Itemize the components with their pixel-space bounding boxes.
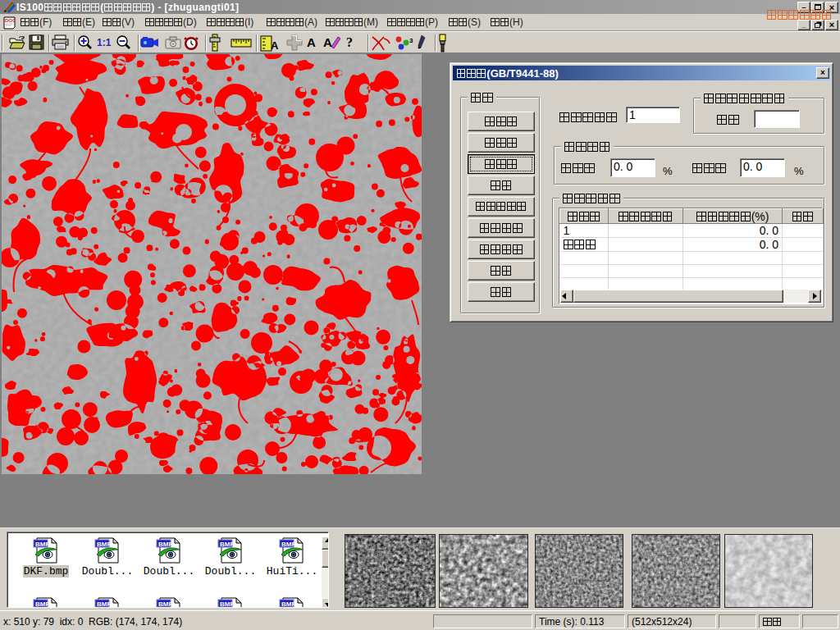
svg-text:BMP: BMP <box>158 600 173 608</box>
svg-text:BMP: BMP <box>220 600 235 608</box>
svg-text:BMP: BMP <box>35 600 50 608</box>
svg-text:?: ? <box>346 35 353 49</box>
svg-text:BMP: BMP <box>281 600 296 608</box>
svg-text:A: A <box>323 35 332 49</box>
svg-text:BMP: BMP <box>220 541 235 548</box>
svg-text:A: A <box>271 39 279 52</box>
svg-text:1:1: 1:1 <box>97 37 112 48</box>
svg-text:DOC: DOC <box>5 18 16 23</box>
svg-text:BMP: BMP <box>97 600 112 608</box>
svg-text:BMP: BMP <box>158 541 173 548</box>
svg-text:A: A <box>307 35 316 49</box>
svg-text:3: 3 <box>409 37 413 44</box>
svg-text:BMP: BMP <box>35 541 50 548</box>
svg-text:BMP: BMP <box>281 541 296 548</box>
svg-text:BMP: BMP <box>97 541 112 548</box>
